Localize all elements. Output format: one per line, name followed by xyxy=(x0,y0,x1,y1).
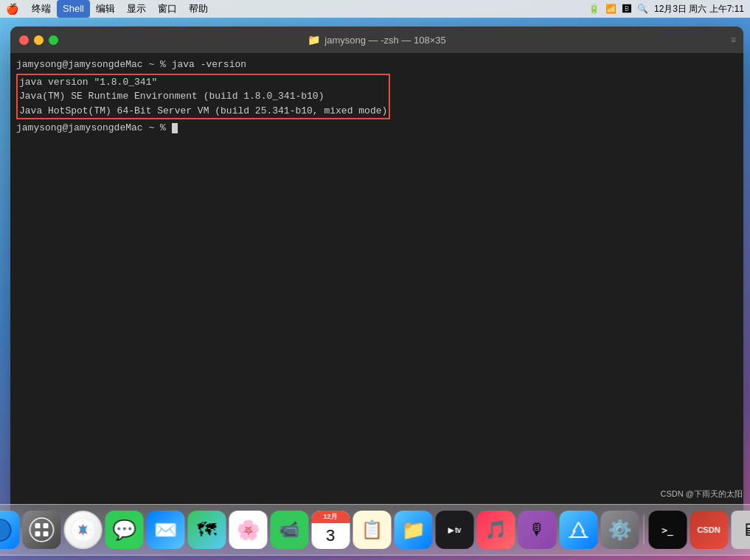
java-output-box: java version "1.8.0_341" Java(TM) SE Run… xyxy=(16,74,390,120)
watermark-text: CSDN @下雨天的太阳 xyxy=(661,489,743,500)
dock-appletv[interactable]: ▶ tv xyxy=(435,511,473,549)
dock-mail[interactable]: ✉️ xyxy=(146,511,184,549)
menubar-window[interactable]: 窗口 xyxy=(152,0,183,18)
close-button[interactable] xyxy=(19,35,29,45)
battery-icon: 🔋 xyxy=(588,4,600,14)
svg-rect-3 xyxy=(35,531,40,536)
dock-reminders[interactable]: 📋 xyxy=(353,511,391,549)
svg-point-0 xyxy=(29,518,53,542)
terminal-window: 📁 jamysong — -zsh — 108×35 ≡ jamysong@ja… xyxy=(10,27,743,528)
dock-files[interactable]: 📁 xyxy=(394,511,432,549)
menubar-edit[interactable]: 编辑 xyxy=(90,0,121,18)
calendar-day: 3 xyxy=(326,523,335,547)
dock-launchpad[interactable] xyxy=(22,511,60,549)
java-runtime-line: Java(TM) SE Runtime Environment (build 1… xyxy=(18,89,389,104)
dock-podcasts[interactable]: 🎙 xyxy=(518,511,556,549)
menubar-right: 🔋 📶 🅱 🔍 12月3日 周六 上午7:11 xyxy=(588,3,744,15)
dock-monitor[interactable]: 🖥 xyxy=(731,511,750,549)
traffic-lights xyxy=(19,35,58,45)
prompt-line-2: jamysong@jamysongdeMac ~ % xyxy=(16,121,737,136)
svg-rect-4 xyxy=(43,531,48,536)
dock-safari[interactable] xyxy=(63,511,102,549)
terminal-titlebar: 📁 jamysong — -zsh — 108×35 ≡ xyxy=(10,27,743,53)
dock-finder[interactable]: 🔵 xyxy=(0,511,19,549)
minimize-button[interactable] xyxy=(34,35,44,45)
folder-icon: 📁 xyxy=(308,34,320,46)
bluetooth-icon: 🅱 xyxy=(622,4,631,14)
title-text: jamysong — -zsh — 108×35 xyxy=(324,35,445,46)
svg-rect-2 xyxy=(43,523,48,528)
terminal-title: 📁 jamysong — -zsh — 108×35 xyxy=(308,34,445,46)
dock-music[interactable]: 🎵 xyxy=(476,511,515,549)
watermark: CSDN @下雨天的太阳 xyxy=(661,489,743,500)
dock-facetime[interactable]: 📹 xyxy=(270,511,308,549)
menubar-view[interactable]: 显示 xyxy=(121,0,152,18)
calendar-month: 12月 xyxy=(311,511,350,523)
terminal-content[interactable]: jamysong@jamysongdeMac ~ % java -version… xyxy=(10,53,743,528)
menubar-shell[interactable]: Shell xyxy=(57,0,90,18)
cursor xyxy=(172,123,178,133)
dock-maps[interactable]: 🗺 xyxy=(187,511,226,549)
maximize-button[interactable] xyxy=(49,35,58,45)
svg-rect-1 xyxy=(35,523,40,528)
dock-calendar[interactable]: 12月 3 xyxy=(311,511,350,549)
dock-separator xyxy=(643,515,644,545)
wifi-icon: 📶 xyxy=(605,4,617,14)
java-hotspot-line: Java HotSpot(TM) 64-Bit Server VM (build… xyxy=(18,104,389,119)
menubar-help[interactable]: 帮助 xyxy=(183,0,214,18)
scrollbar-toggle[interactable]: ≡ xyxy=(731,35,736,45)
menubar: 🍎 终端 Shell 编辑 显示 窗口 帮助 🔋 📶 🅱 🔍 12月3日 周六 … xyxy=(0,0,750,18)
search-icon[interactable]: 🔍 xyxy=(637,4,648,14)
dock-appstore[interactable] xyxy=(559,511,597,549)
menubar-datetime: 12月3日 周六 上午7:11 xyxy=(654,3,744,15)
dock-systemprefs[interactable]: ⚙️ xyxy=(600,511,639,549)
dock-photos[interactable]: 🌸 xyxy=(229,511,267,549)
dock-csdn[interactable]: CSDN xyxy=(690,511,728,549)
dock-terminal[interactable]: >_ xyxy=(648,511,687,549)
apple-menu[interactable]: 🍎 xyxy=(6,3,18,15)
prompt-line-1: jamysong@jamysongdeMac ~ % java -version xyxy=(16,57,737,72)
dock-messages[interactable]: 💬 xyxy=(105,511,143,549)
menubar-terminal[interactable]: 终端 xyxy=(26,0,57,18)
java-version-line: java version "1.8.0_341" xyxy=(18,75,389,90)
dock: 🔵 💬 ✉️ 🗺 🌸 📹 12月 3 📋 xyxy=(0,504,750,556)
